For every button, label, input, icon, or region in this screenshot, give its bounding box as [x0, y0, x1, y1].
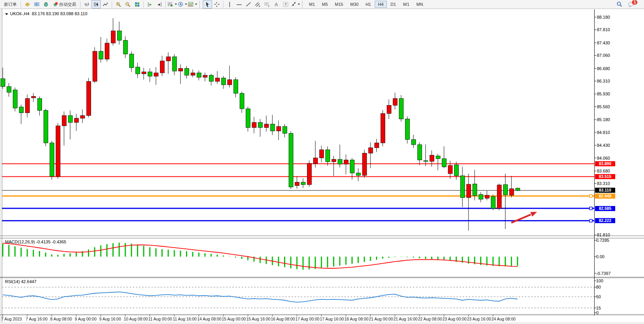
candle-body	[93, 51, 97, 81]
candle-body	[154, 73, 158, 76]
candle-body	[191, 73, 195, 75]
candle-body	[130, 54, 134, 68]
price-badge: 82.948	[595, 194, 615, 199]
date-axis-label[interactable]: 17 Aug 00:00	[295, 317, 319, 321]
trend-arrow-head[interactable]	[530, 212, 537, 217]
candle-body	[148, 72, 152, 76]
candle-body	[38, 99, 42, 111]
rsi-axis-tick: 15	[596, 306, 601, 310]
candle-body	[338, 159, 342, 164]
date-axis-label[interactable]: 21 Aug 16:00	[393, 317, 418, 321]
price-badge: 82.222	[595, 218, 615, 223]
candle-body	[221, 78, 226, 85]
candle-body	[68, 116, 72, 123]
candle-body	[497, 185, 502, 209]
price-axis-tick: 87.810	[597, 27, 610, 32]
candle-body	[197, 73, 201, 77]
date-axis-label[interactable]: 9 Aug 00:00	[75, 317, 97, 321]
macd-axis-tick: 0.00	[596, 254, 604, 259]
date-axis-label[interactable]: 7 Aug 2023	[1, 317, 22, 321]
date-axis-label[interactable]: 16 Aug 08:00	[271, 317, 295, 321]
price-axis-tick: 88.180	[597, 15, 610, 19]
candle-body	[215, 78, 219, 81]
date-axis-label[interactable]: 14 Aug 08:00	[197, 317, 221, 321]
candle-body	[295, 182, 299, 186]
candle-body	[516, 188, 520, 190]
candle-body	[136, 67, 140, 74]
macd-axis-tick: -0.7397	[596, 271, 611, 276]
candle-body	[369, 148, 373, 153]
candle-body	[283, 127, 287, 134]
date-axis-label[interactable]: 21 Aug 00:00	[369, 317, 393, 321]
candle-body	[56, 126, 60, 176]
date-axis-label[interactable]: 11 Aug 00:00	[148, 317, 172, 321]
candle-body	[375, 143, 379, 148]
price-axis-tick: 84.810	[597, 130, 610, 135]
candle-body	[491, 197, 495, 209]
candle-body	[344, 160, 348, 164]
candle-body	[393, 99, 397, 106]
price-axis-tick: 87.430	[597, 40, 610, 45]
chevron-down-icon	[5, 13, 8, 15]
date-axis-label[interactable]: 17 Aug 16:00	[320, 317, 344, 321]
candle-body	[142, 72, 146, 74]
candle-body	[454, 165, 459, 176]
candle-body	[473, 184, 477, 195]
candle-body	[25, 99, 30, 113]
candle-body	[7, 86, 11, 92]
candle-body	[234, 80, 238, 93]
price-axis-tick: 86.310	[597, 79, 610, 83]
price-axis-tick: 81.810	[597, 232, 610, 237]
date-axis-label[interactable]: 10 Aug 08:00	[124, 317, 148, 321]
candle-body	[74, 118, 79, 123]
candle-body	[418, 144, 422, 160]
chart-ohlc-values: 83.176 83.190 83.088 83.110	[32, 11, 88, 16]
price-badge: 83.890	[595, 161, 615, 166]
date-axis-label[interactable]: 15 Aug 00:00	[222, 317, 246, 321]
candle-body	[172, 57, 177, 71]
candle-body	[301, 182, 305, 185]
date-axis-label[interactable]: 15 Aug 16:00	[246, 317, 270, 321]
rsi-axis-tick: 80	[596, 285, 601, 289]
candle-body	[356, 173, 361, 175]
candle-body	[203, 75, 207, 77]
candle-body	[1, 79, 5, 86]
date-axis-label[interactable]: 18 Aug 08:00	[344, 317, 369, 321]
candle-body	[19, 107, 23, 113]
candle-body	[240, 93, 244, 109]
price-axis-tick: 85.560	[597, 104, 610, 109]
candle-body	[485, 195, 489, 198]
trend-arrow-line[interactable]	[511, 215, 531, 223]
date-axis-label[interactable]: 11 Aug 16:00	[173, 317, 197, 321]
candle-body	[307, 164, 312, 185]
date-axis-label[interactable]: 7 Aug 16:00	[26, 317, 47, 321]
candle-body	[411, 139, 416, 144]
candle-body	[460, 176, 465, 197]
date-axis-label[interactable]: 23 Aug 00:00	[442, 317, 467, 321]
date-axis-label[interactable]: 9 Aug 16:00	[99, 317, 121, 321]
price-badge: 83.110	[595, 188, 615, 193]
line-drag-handle[interactable]	[590, 207, 592, 210]
candle-body	[313, 158, 318, 164]
line-drag-handle[interactable]	[590, 219, 592, 222]
candle-body	[62, 116, 67, 126]
candle-body	[166, 57, 170, 61]
candle-body	[277, 127, 281, 131]
line-drag-handle[interactable]	[590, 195, 592, 197]
date-axis-label[interactable]: 22 Aug 08:00	[418, 317, 442, 321]
candle-body	[44, 111, 48, 143]
candle-body	[442, 158, 446, 167]
chart-canvas	[0, 0, 644, 324]
date-axis-label[interactable]: 23 Aug 16:00	[467, 317, 491, 321]
macd-axis-tick: 0.7285	[596, 238, 609, 243]
date-axis-label[interactable]: 8 Aug 08:00	[50, 317, 72, 321]
candle-body	[209, 75, 214, 81]
candle-body	[111, 31, 116, 43]
candle-body	[479, 194, 483, 199]
candle-body	[179, 69, 183, 71]
candle-body	[467, 184, 471, 197]
macd-signal-line	[3, 243, 518, 268]
date-axis-label[interactable]: 24 Aug 08:00	[491, 317, 516, 321]
price-axis-tick: 85.180	[597, 117, 610, 122]
candle-body	[430, 155, 434, 162]
